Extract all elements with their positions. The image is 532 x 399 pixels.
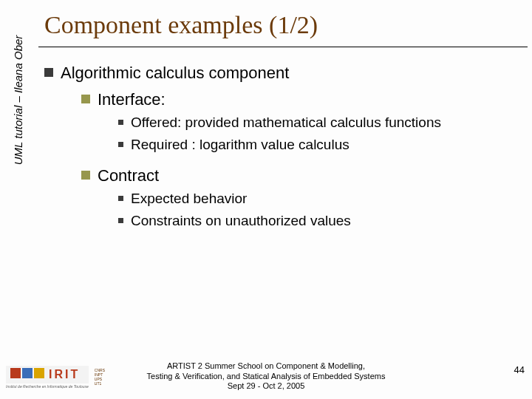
square-bullet-icon bbox=[118, 196, 123, 201]
bullet-text: Interface: bbox=[98, 89, 166, 111]
square-bullet-icon bbox=[118, 120, 123, 125]
bullet-level3: Constraints on unauthorized values bbox=[118, 211, 517, 231]
bullet-text: Expected behavior bbox=[131, 189, 247, 208]
square-bullet-icon bbox=[44, 68, 53, 77]
bullet-level3: Expected behavior bbox=[118, 189, 517, 208]
square-bullet-icon bbox=[81, 95, 90, 103]
footer-text: ARTIST 2 Summer School on Component & Mo… bbox=[0, 361, 532, 392]
bullet-level2: Contract bbox=[81, 165, 517, 187]
bullet-level3: Required : logarithm value calculus bbox=[118, 135, 517, 154]
bullet-text: Required : logarithm value calculus bbox=[131, 135, 349, 154]
square-bullet-icon bbox=[118, 218, 123, 223]
footer-line: Sept 29 - Oct 2, 2005 bbox=[0, 381, 532, 392]
square-bullet-icon bbox=[118, 142, 123, 147]
bullet-level2: Interface: bbox=[81, 89, 517, 111]
bullet-text: Algorithmic calculus component bbox=[61, 62, 289, 84]
side-author-label: UML tutorial – Ileana Ober bbox=[0, 0, 37, 200]
bullet-text: Constraints on unauthorized values bbox=[131, 211, 351, 231]
square-bullet-icon bbox=[81, 171, 90, 180]
title-bar: Component examples (1/2) bbox=[38, 3, 528, 47]
footer-line: Testing & Verification, and Statical Ana… bbox=[0, 372, 532, 382]
footer-line: ARTIST 2 Summer School on Component & Mo… bbox=[0, 361, 532, 372]
bullet-text: Offered: provided mathematical calculus … bbox=[131, 113, 441, 132]
side-author-text: UML tutorial – Ileana Ober bbox=[13, 35, 25, 165]
slide: UML tutorial – Ileana Ober Component exa… bbox=[0, 0, 532, 399]
bullet-text: Contract bbox=[98, 165, 159, 187]
bullet-level1: Algorithmic calculus component bbox=[44, 62, 517, 84]
bullet-level3: Offered: provided mathematical calculus … bbox=[118, 113, 517, 132]
slide-title: Component examples (1/2) bbox=[44, 11, 318, 39]
content-area: Algorithmic calculus component Interface… bbox=[44, 58, 517, 231]
page-number: 44 bbox=[514, 364, 525, 375]
footer: IRIT Institut de Recherche en Informatiq… bbox=[0, 353, 532, 395]
